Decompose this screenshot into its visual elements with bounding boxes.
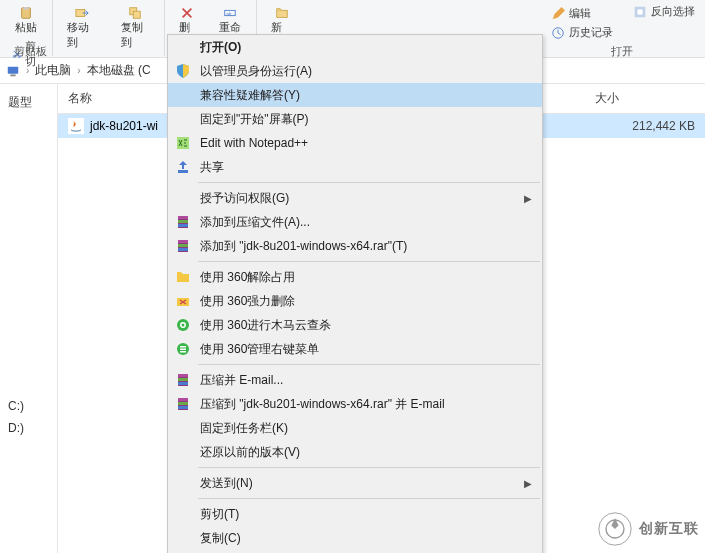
- svg-rect-25: [178, 248, 188, 251]
- file-size: 212,442 KB: [585, 119, 705, 133]
- menu-item-label: 打开(O): [200, 39, 514, 56]
- copy-to-button[interactable]: 复制到: [115, 4, 157, 52]
- menu-item-label: 使用 360进行木马云查杀: [200, 317, 514, 334]
- menu-item-share[interactable]: 共享: [168, 155, 542, 179]
- menu-item-rartoemail[interactable]: 压缩到 "jdk-8u201-windows-x64.rar" 并 E-mail: [168, 392, 542, 416]
- chevron-right-icon: ▶: [524, 478, 532, 489]
- svg-rect-41: [178, 402, 188, 405]
- menu-item-sendto[interactable]: 发送到(N)▶: [168, 471, 542, 495]
- menu-item-label: 压缩到 "jdk-8u201-windows-x64.rar" 并 E-mail: [200, 396, 514, 413]
- chevron-right-icon: ›: [77, 65, 80, 76]
- paste-label: 粘贴: [15, 20, 37, 35]
- sidebar-c-drive[interactable]: C:): [0, 395, 57, 417]
- menu-item-raremail[interactable]: 压缩并 E-mail...: [168, 368, 542, 392]
- context-menu: 打开(O)以管理员身份运行(A)兼容性疑难解答(Y)固定到"开始"屏幕(P)Ed…: [167, 34, 543, 553]
- blank-icon: [174, 529, 192, 547]
- blank-icon: [174, 38, 192, 56]
- svg-rect-26: [177, 274, 189, 282]
- java-installer-icon: [68, 118, 84, 134]
- clipboard-section-label: 剪贴板: [14, 44, 47, 59]
- rename-icon: ab: [223, 6, 237, 20]
- svg-rect-13: [8, 66, 19, 73]
- breadcrumb-this-pc[interactable]: 此电脑: [35, 62, 71, 79]
- menu-item-cut[interactable]: 剪切(T): [168, 502, 542, 526]
- menu-separator: [198, 182, 540, 183]
- rar-icon: [174, 371, 192, 389]
- pc-icon: [6, 64, 20, 78]
- history-button[interactable]: 历史记录: [547, 23, 697, 42]
- menu-item-label: 复制(C): [200, 530, 514, 547]
- menu-item-prevver[interactable]: 还原以前的版本(V): [168, 440, 542, 464]
- column-header-size[interactable]: 大小: [585, 84, 705, 113]
- menu-item-copy[interactable]: 复制(C): [168, 526, 542, 550]
- menu-item-label: 使用 360管理右键菜单: [200, 341, 514, 358]
- svg-rect-21: [178, 224, 188, 227]
- menu-item-label: 发送到(N): [200, 475, 514, 492]
- menu-item-access[interactable]: 授予访问权限(G)▶: [168, 186, 542, 210]
- blank-icon: [174, 110, 192, 128]
- blank-icon: [174, 443, 192, 461]
- breadcrumb-local-disk[interactable]: 本地磁盘 (C: [87, 62, 151, 79]
- svg-rect-23: [178, 240, 188, 243]
- paste-button[interactable]: 粘贴: [9, 4, 43, 37]
- menu-item-label: 还原以前的版本(V): [200, 444, 514, 461]
- menu-item-label: 压缩并 E-mail...: [200, 372, 514, 389]
- menu-item-label: 共享: [200, 159, 514, 176]
- menu360-icon: [174, 340, 192, 358]
- svg-rect-33: [180, 349, 186, 351]
- svg-rect-24: [178, 244, 188, 247]
- svg-rect-14: [10, 74, 15, 76]
- blank-icon: [174, 86, 192, 104]
- menu-item-label: 固定到任务栏(K): [200, 420, 514, 437]
- svg-rect-9: [276, 10, 287, 17]
- menu-separator: [198, 364, 540, 365]
- menu-item-label: 剪切(T): [200, 506, 514, 523]
- menu-item-360force[interactable]: 使用 360强力删除: [168, 289, 542, 313]
- clipboard-icon: [19, 6, 33, 20]
- svg-rect-38: [178, 382, 188, 385]
- svg-rect-16: [177, 137, 189, 149]
- menu-separator: [198, 467, 540, 468]
- menu-separator: [198, 498, 540, 499]
- menu-item-npp[interactable]: Edit with Notepad++: [168, 131, 542, 155]
- menu-item-label: 以管理员身份运行(A): [200, 63, 514, 80]
- npp-icon: [174, 134, 192, 152]
- sidebar-d-drive[interactable]: D:): [0, 417, 57, 439]
- ribbon-right-section: 编辑 历史记录 打开 反向选择: [539, 0, 705, 58]
- menu-item-label: 使用 360强力删除: [200, 293, 514, 310]
- svg-rect-42: [178, 406, 188, 409]
- shield-icon: [174, 62, 192, 80]
- copy-icon: [128, 6, 142, 20]
- svg-point-30: [182, 324, 185, 327]
- move-to-button[interactable]: 移动到: [61, 4, 103, 52]
- menu-item-compat[interactable]: 兼容性疑难解答(Y): [168, 83, 542, 107]
- menu-item-pinstart[interactable]: 固定到"开始"屏幕(P): [168, 107, 542, 131]
- sidebar: 题型 C:) D:): [0, 84, 58, 553]
- menu-item-360unlock[interactable]: 使用 360解除占用: [168, 265, 542, 289]
- menu-item-360cloud[interactable]: 使用 360进行木马云查杀: [168, 313, 542, 337]
- watermark-logo-icon: [597, 511, 633, 547]
- menu-item-pintask[interactable]: 固定到任务栏(K): [168, 416, 542, 440]
- blank-icon: [174, 419, 192, 437]
- svg-rect-37: [178, 378, 188, 381]
- open-section-label: 打开: [547, 42, 697, 59]
- menu-item-label: 添加到 "jdk-8u201-windows-x64.rar"(T): [200, 238, 514, 255]
- menu-item-runas[interactable]: 以管理员身份运行(A): [168, 59, 542, 83]
- blank-icon: [174, 474, 192, 492]
- svg-rect-19: [178, 216, 188, 219]
- invert-select-button[interactable]: 反向选择: [629, 2, 699, 21]
- menu-item-addarc[interactable]: 添加到压缩文件(A)...: [168, 210, 542, 234]
- rar-icon: [174, 213, 192, 231]
- menu-item-label: 固定到"开始"屏幕(P): [200, 111, 514, 128]
- sidebar-nav-title[interactable]: 题型: [0, 90, 57, 115]
- menu-item-label: 使用 360解除占用: [200, 269, 514, 286]
- svg-rect-17: [178, 170, 188, 173]
- menu-item-open[interactable]: 打开(O): [168, 35, 542, 59]
- menu-item-label: 兼容性疑难解答(Y): [200, 87, 514, 104]
- file-name: jdk-8u201-wi: [90, 119, 158, 133]
- blank-icon: [174, 189, 192, 207]
- menu-item-360menu[interactable]: 使用 360管理右键菜单: [168, 337, 542, 361]
- menu-item-label: Edit with Notepad++: [200, 136, 514, 150]
- menu-item-addto[interactable]: 添加到 "jdk-8u201-windows-x64.rar"(T): [168, 234, 542, 258]
- folder360-icon: [174, 268, 192, 286]
